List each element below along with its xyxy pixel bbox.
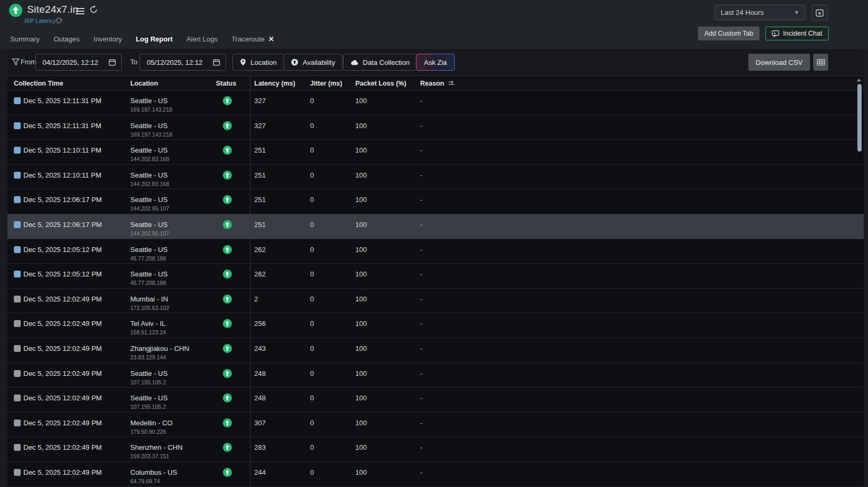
row-checkbox[interactable] — [14, 345, 21, 352]
log-table-body: Dec 5, 2025 12:11:31 PM Seattle - US 169… — [7, 90, 864, 487]
table-row[interactable]: Dec 5, 2025 12:05:12 PM Seattle - US 45.… — [7, 239, 864, 264]
reason-value: - — [420, 122, 422, 130]
from-date-input[interactable]: 04/12/2025, 12:12 — [35, 54, 122, 71]
row-checkbox[interactable] — [14, 97, 21, 104]
row-checkbox[interactable] — [14, 172, 21, 179]
row-checkbox[interactable] — [14, 221, 21, 228]
latency-value: 327 — [254, 97, 266, 105]
table-row[interactable]: Dec 5, 2025 12:10:11 PM Seattle - US 144… — [7, 165, 864, 190]
download-csv-button[interactable]: Download CSV — [748, 54, 810, 71]
table-row[interactable]: Dec 5, 2025 12:02:49 PM Seattle - US 107… — [7, 363, 864, 388]
status-up-icon — [223, 195, 232, 204]
col-latency[interactable]: Latency (ms) — [254, 76, 295, 90]
tab[interactable]: Summary — [3, 30, 47, 51]
table-row[interactable]: Dec 5, 2025 12:11:31 PM Seattle - US 169… — [7, 90, 864, 115]
location-name: Seattle - US — [130, 270, 168, 278]
row-checkbox[interactable] — [14, 122, 21, 129]
monitor-type-link[interactable]: ISP Latency — [24, 18, 56, 24]
tab[interactable]: Inventory — [87, 30, 129, 51]
row-checkbox[interactable] — [14, 370, 21, 377]
row-checkbox[interactable] — [14, 419, 21, 426]
to-date-input[interactable]: 05/12/2025, 12:12 — [139, 54, 226, 71]
row-checkbox[interactable] — [14, 394, 21, 401]
reason-value: - — [420, 370, 422, 377]
row-checkbox[interactable] — [14, 196, 21, 203]
col-jitter[interactable]: Jitter (ms) — [310, 76, 342, 90]
status-up-icon — [223, 121, 232, 130]
filter-funnel-icon[interactable] — [12, 58, 20, 66]
location-name: Medellin - CO — [130, 419, 172, 427]
reason-value: - — [420, 443, 422, 451]
tab[interactable]: Traceroute ✕ — [224, 30, 281, 51]
row-checkbox[interactable] — [14, 147, 21, 154]
column-settings-button[interactable] — [813, 54, 828, 71]
row-checkbox[interactable] — [14, 296, 21, 303]
collection-time: Dec 5, 2025 12:02:49 PM — [23, 295, 102, 303]
row-checkbox[interactable] — [14, 469, 21, 476]
reason-value: - — [420, 171, 422, 179]
packet-loss-value: 100 — [355, 370, 367, 377]
table-row[interactable]: Dec 5, 2025 12:06:17 PM Seattle - US 144… — [7, 214, 864, 239]
table-row[interactable]: Dec 5, 2025 12:02:49 PM Zhangjiakou - CH… — [7, 338, 864, 363]
latency-value: 283 — [254, 443, 266, 451]
collection-time: Dec 5, 2025 12:02:49 PM — [23, 345, 102, 352]
table-row[interactable]: Dec 5, 2025 12:02:49 PM Columbus - US 64… — [7, 462, 864, 487]
collection-time: Dec 5, 2025 12:06:17 PM — [23, 196, 102, 204]
jitter-value: 0 — [310, 443, 314, 451]
col-location[interactable]: Location — [130, 76, 158, 90]
status-up-icon — [223, 270, 232, 279]
jitter-value: 0 — [310, 345, 314, 352]
latency-value: 327 — [254, 122, 266, 130]
add-custom-tab-button[interactable]: Add Custom Tab — [698, 27, 760, 40]
status-up-icon — [223, 369, 232, 378]
table-row[interactable]: Dec 5, 2025 12:02:49 PM Mumbai - IN 172.… — [7, 289, 864, 314]
incident-chat-button[interactable]: Incident Chat — [765, 27, 829, 40]
latency-value: 251 — [254, 196, 266, 204]
packet-loss-value: 100 — [355, 394, 367, 402]
location-name: Seattle - US — [130, 97, 168, 105]
table-row[interactable]: Dec 5, 2025 12:02:49 PM Medellin - CO 17… — [7, 413, 864, 438]
data-collection-filter-button[interactable]: Data Collection — [343, 54, 417, 71]
col-collection-time[interactable]: Collection Time — [14, 76, 63, 90]
table-row[interactable]: Dec 5, 2025 12:05:12 PM Seattle - US 45.… — [7, 264, 864, 289]
col-status[interactable]: Status — [216, 76, 236, 90]
availability-filter-button[interactable]: Availability — [283, 54, 343, 71]
tab-close-icon[interactable]: ✕ — [269, 36, 274, 43]
table-row[interactable]: Dec 5, 2025 12:02:49 PM Tel Aviv - IL 15… — [7, 313, 864, 338]
col-reason[interactable]: Reason — [420, 76, 455, 90]
menu-icon[interactable] — [76, 6, 85, 14]
tab[interactable]: Outages — [47, 30, 87, 51]
jitter-value: 0 — [310, 270, 314, 278]
to-date-value: 05/12/2025, 12:12 — [147, 58, 203, 66]
row-checkbox[interactable] — [14, 246, 21, 253]
table-row[interactable]: Dec 5, 2025 12:06:17 PM Seattle - US 144… — [7, 189, 864, 214]
location-filter-label: Location — [251, 58, 277, 66]
table-row[interactable]: Dec 5, 2025 12:02:49 PM Shenzhen - CHN 1… — [7, 437, 864, 462]
scrollbar-thumb[interactable] — [857, 84, 862, 152]
refresh-icon[interactable] — [89, 5, 98, 14]
from-label: From — [21, 49, 36, 75]
row-checkbox[interactable] — [14, 444, 21, 451]
tab[interactable]: Log Report — [129, 30, 179, 51]
location-ip: 45.77.208.188 — [130, 255, 166, 262]
tab[interactable]: Alert Logs — [180, 30, 225, 51]
tag-icon[interactable] — [55, 18, 62, 24]
ask-zia-button[interactable]: Ask Zia — [416, 54, 455, 71]
table-row[interactable]: Dec 5, 2025 12:11:31 PM Seattle - US 169… — [7, 115, 864, 140]
date-navigator-button[interactable] — [812, 5, 828, 20]
latency-value: 244 — [254, 468, 266, 476]
col-packet-loss[interactable]: Packet Loss (%) — [355, 76, 406, 90]
collection-time: Dec 5, 2025 12:10:11 PM — [23, 146, 101, 154]
tab-bar: Summary Outages Inventory Log Report Ale… — [3, 30, 281, 51]
table-row[interactable]: Dec 5, 2025 12:02:49 PM Seattle - US 107… — [7, 388, 864, 413]
row-checkbox[interactable] — [14, 271, 21, 278]
status-up-icon — [223, 171, 232, 180]
row-checkbox[interactable] — [14, 320, 21, 327]
time-range-select[interactable]: Last 24 Hours ▼ — [715, 5, 805, 20]
jitter-value: 0 — [310, 246, 314, 254]
scrollbar-up-arrow[interactable] — [857, 79, 861, 81]
location-filter-button[interactable]: Location — [232, 54, 284, 71]
tab-label: Summary — [10, 35, 40, 43]
table-row[interactable]: Dec 5, 2025 12:10:11 PM Seattle - US 144… — [7, 140, 864, 165]
status-up-icon — [223, 468, 232, 477]
